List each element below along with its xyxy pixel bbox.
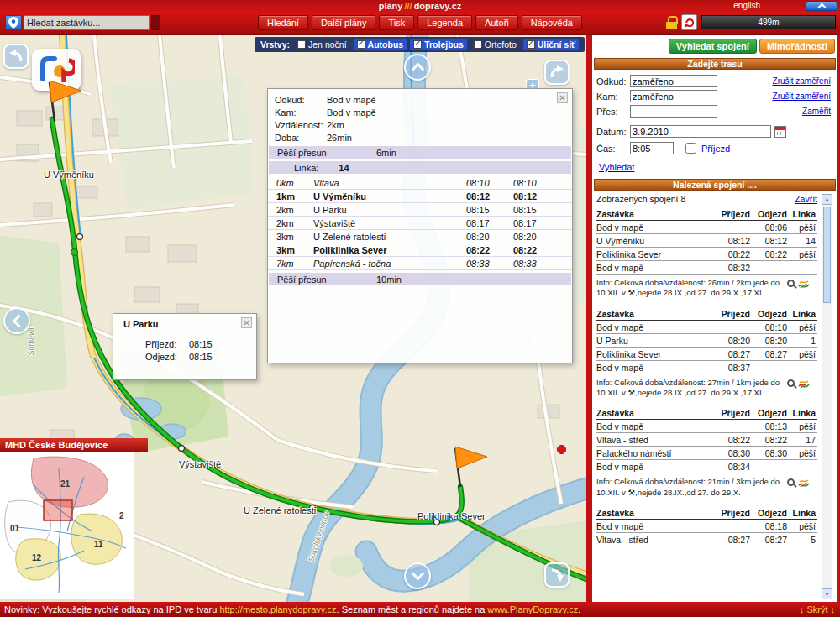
connection-stop-row[interactable]: Palackého náměstí08:3008:30pěší (596, 447, 817, 460)
route-stop-row[interactable]: 7kmPapírenská - točna08:3308:33 (268, 257, 572, 270)
search-link[interactable]: Vyhledat (599, 162, 634, 172)
route-stop-row[interactable]: 2kmU Parku08:1508:15 (268, 203, 572, 217)
menu-item-legenda[interactable]: Legenda (417, 15, 472, 30)
pan-corner-top-left-button[interactable] (3, 44, 29, 69)
magnifier-icon[interactable] (787, 478, 795, 486)
disruptions-button[interactable]: Mimořádnosti (759, 39, 835, 54)
connection-stop-row[interactable]: Vltava - střed08:2208:2217 (596, 433, 817, 447)
overview-map[interactable]: 210111122 (0, 452, 133, 598)
checkbox-icon[interactable] (297, 40, 306, 49)
search-connection-button[interactable]: Vyhledat spojení (669, 39, 757, 54)
layer-toggle-ortofoto[interactable]: Ortofoto (470, 39, 520, 50)
connection-stop-row[interactable]: Bod v mapě08:06pěší (596, 221, 817, 234)
map-area[interactable]: Vrstvy: Jen nočníAutobusTrolejbusOrtofot… (0, 35, 586, 602)
checkbox-icon[interactable] (474, 40, 482, 49)
connection-stop-row[interactable]: Bod v mapě08:18pěší (596, 520, 817, 533)
english-link[interactable]: english (733, 1, 760, 10)
green-stop-dot (71, 248, 78, 256)
scrollbar-thumb[interactable] (823, 207, 831, 303)
overview-panel[interactable]: 210111122 (0, 452, 134, 599)
news-mid: . Seznam měst a regionů najdete na (337, 604, 488, 614)
stop-search-input[interactable] (24, 15, 150, 30)
arrival-time: 08:27 (713, 535, 750, 545)
via-target-link[interactable]: Zaměřit (802, 107, 831, 116)
time-input[interactable] (630, 142, 674, 154)
layer-toggle-ulicni-sit[interactable]: Uliční síť (523, 39, 579, 50)
route-stop-row[interactable]: 3kmU Zelené ratolesti08:2008:20 (268, 230, 572, 243)
arrival-label: Příjezd: (145, 339, 189, 349)
stop-name: Bod v mapě (596, 462, 713, 472)
show-route-icon[interactable] (798, 379, 811, 391)
collapse-top-button[interactable] (806, 1, 837, 11)
hide-footer-link[interactable]: ↓ Skrýt ↓ (800, 602, 835, 617)
close-results-link[interactable]: Zavřít (795, 194, 817, 204)
line-label: Linka: (294, 163, 318, 173)
to-cancel-link[interactable]: Zrušit zaměření (773, 92, 831, 101)
footer-link-planydopravy[interactable]: www.PlanyDopravy.cz (487, 604, 578, 614)
summary-label: Odkud: (275, 95, 327, 105)
checkbox-icon[interactable] (413, 40, 422, 49)
stop-name: Vltava - střed (596, 535, 713, 545)
pan-left-button[interactable] (3, 307, 30, 334)
magnifier-icon[interactable] (787, 280, 795, 287)
connection-stop-row[interactable]: Bod v mapě08:10pěší (596, 321, 817, 334)
connection-stop-row[interactable]: Bod v mapě08:37 (596, 361, 817, 374)
connection-stop-row[interactable]: U Parku08:2008:201 (596, 334, 817, 348)
checkbox-icon[interactable] (527, 40, 535, 49)
pan-down-button[interactable] (404, 562, 431, 589)
connection-stop-row[interactable]: Poliklinika Sever08:2708:27pěší (596, 348, 817, 361)
results-scrollbar[interactable]: ▲ ▼ (822, 194, 832, 599)
calendar-icon[interactable] (774, 126, 786, 138)
route-stop-row[interactable]: 0kmVltava08:1008:10 (268, 176, 572, 190)
menu-item-dalsi-plany[interactable]: Další plány (312, 15, 375, 30)
show-route-icon[interactable] (798, 478, 811, 490)
menu-item-napoveda[interactable]: Nápověda (522, 15, 582, 30)
connection-stop-row[interactable]: Bod v mapě08:32 (596, 261, 817, 275)
checkbox-icon[interactable] (357, 40, 365, 49)
pan-corner-top-right-button[interactable] (544, 60, 570, 85)
arrival-checkbox[interactable] (685, 143, 696, 154)
stop-info-popup: ✕ U Parku Příjezd: 08:15 Odjezd: 08:15 (113, 313, 257, 380)
date-row: Datum: (596, 125, 835, 138)
layer-label: Autobus (368, 39, 404, 50)
connection-stop-row[interactable]: Bod v mapě08:34 (596, 460, 817, 473)
close-icon[interactable]: ✕ (241, 317, 252, 328)
arrival-checkbox-label[interactable]: Příjezd (701, 144, 730, 154)
to-input[interactable] (630, 90, 717, 102)
menu-item-autori[interactable]: Autoři (475, 15, 518, 30)
connection-stop-row[interactable]: U Výměníku08:1208:1214 (596, 234, 817, 248)
pan-up-button[interactable] (404, 54, 431, 81)
connection-stop-row[interactable]: Vltava - střed08:2708:275 (596, 533, 817, 546)
stop-cell: 08:15 (513, 205, 560, 215)
pan-corner-bottom-right-button[interactable] (544, 562, 570, 588)
from-input[interactable] (630, 75, 717, 87)
location-pin-button[interactable] (5, 15, 22, 30)
route-stop-row[interactable]: 3kmPoliklinika Sever08:2208:22 (268, 243, 572, 257)
from-cancel-link[interactable]: Zrušit zaměření (773, 76, 831, 86)
magnifier-icon[interactable] (787, 379, 795, 387)
stop-cell: 08:10 (513, 178, 560, 188)
menu-item-tisk[interactable]: Tisk (379, 15, 414, 30)
search-go-button[interactable] (151, 15, 160, 30)
close-icon[interactable]: ✕ (557, 92, 568, 103)
scroll-down-arrow[interactable]: ▼ (822, 588, 832, 599)
layer-toggle-jen-nocni[interactable]: Jen noční (294, 39, 350, 50)
via-input[interactable] (630, 105, 717, 118)
scroll-up-arrow[interactable]: ▲ (822, 195, 832, 205)
stop-cell: 08:12 (513, 191, 560, 201)
date-input[interactable] (630, 125, 771, 138)
layer-toggle-autobus[interactable]: Autobus (354, 39, 407, 50)
footer-link-ipd[interactable]: http://mesto.planydopravy.cz (219, 604, 336, 614)
connection-stop-row[interactable]: Poliklinika Sever08:2208:22pěší (596, 248, 817, 261)
show-route-icon[interactable] (798, 280, 811, 291)
route-stop-row[interactable]: 1kmU Výměníku08:1208:12 (268, 190, 572, 203)
chevron-up-icon (411, 63, 424, 76)
layer-toggle-trolejbus[interactable]: Trolejbus (410, 39, 467, 50)
route-stop-row[interactable]: 2kmVýstaviště08:1708:17 (268, 217, 572, 230)
toolbar-right-group: 499m (666, 14, 836, 30)
stop-cell: 0km (276, 178, 313, 188)
refresh-button[interactable] (681, 14, 697, 30)
connection-stop-row[interactable]: Bod v mapě08:13pěší (596, 420, 817, 433)
connection-info-icons (787, 378, 817, 399)
menu-item-hledani[interactable]: Hledání (258, 15, 308, 30)
